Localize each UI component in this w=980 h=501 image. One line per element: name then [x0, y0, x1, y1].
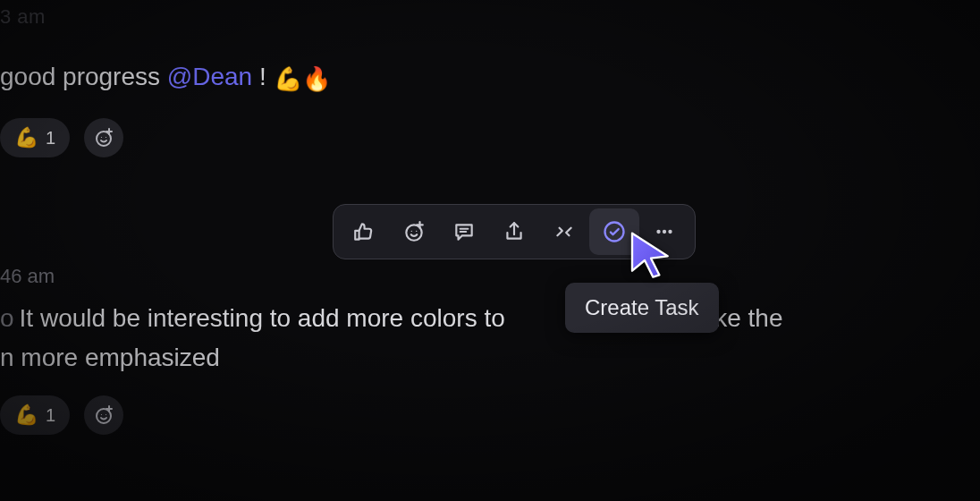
- message-2-reactions: 💪 1: [0, 395, 783, 435]
- svg-point-2: [106, 137, 106, 138]
- forward-icon: [553, 220, 576, 243]
- forward-button[interactable]: [539, 208, 589, 255]
- like-button[interactable]: [339, 208, 389, 255]
- reaction-flex[interactable]: 💪 1: [0, 118, 70, 157]
- message-2-line2: n more emphasized: [0, 344, 220, 371]
- message-1-reactions: 💪 1: [0, 118, 331, 157]
- more-actions-button[interactable]: [639, 208, 689, 255]
- message-1: 3 am good progress @Dean ! 💪🔥 💪 1: [0, 59, 331, 157]
- flex-emoji-icon: 💪: [14, 126, 38, 149]
- react-button[interactable]: [389, 208, 439, 255]
- add-reaction-icon: [402, 220, 426, 243]
- message-action-toolbar: [333, 204, 696, 259]
- svg-point-15: [668, 230, 672, 234]
- svg-point-12: [605, 223, 624, 242]
- more-icon: [653, 220, 676, 243]
- svg-point-17: [101, 414, 102, 415]
- add-reaction-button[interactable]: [84, 118, 123, 157]
- reply-button[interactable]: [439, 208, 489, 255]
- mention-dean[interactable]: @Dean: [167, 63, 252, 90]
- reaction-flex-2-count: 1: [46, 405, 55, 426]
- fire-emoji-inline: 🔥: [302, 65, 331, 92]
- svg-point-7: [416, 231, 417, 232]
- svg-point-13: [656, 230, 660, 234]
- svg-point-1: [101, 137, 102, 138]
- add-reaction-icon: [93, 404, 114, 426]
- flex-emoji-inline: 💪: [274, 65, 302, 92]
- thumbs-up-icon: [352, 220, 376, 243]
- flex-emoji-icon: 💪: [14, 403, 38, 427]
- add-reaction-button-2[interactable]: [84, 395, 123, 435]
- create-task-button[interactable]: [589, 208, 639, 255]
- message-2-prefix: o: [0, 304, 14, 332]
- add-reaction-icon: [93, 127, 114, 149]
- svg-point-14: [663, 230, 666, 234]
- message-1-timestamp: 3 am: [0, 5, 46, 29]
- reaction-flex-count: 1: [46, 128, 55, 149]
- comment-icon: [452, 220, 476, 243]
- create-task-icon: [602, 219, 627, 244]
- message-2-line1: It would be interesting to add more colo…: [20, 304, 505, 332]
- svg-point-18: [106, 414, 106, 415]
- create-task-tooltip: Create Task: [565, 283, 719, 333]
- svg-point-6: [411, 231, 412, 232]
- share-icon: [503, 220, 526, 243]
- message-1-text-after: !: [252, 63, 266, 90]
- message-1-text: good progress @Dean ! 💪🔥: [0, 59, 331, 97]
- reaction-flex-2[interactable]: 💪 1: [0, 395, 70, 435]
- chat-viewport: 3 am good progress @Dean ! 💪🔥 💪 1: [0, 0, 980, 501]
- message-1-text-before: good progress: [0, 63, 167, 90]
- share-button[interactable]: [489, 208, 539, 255]
